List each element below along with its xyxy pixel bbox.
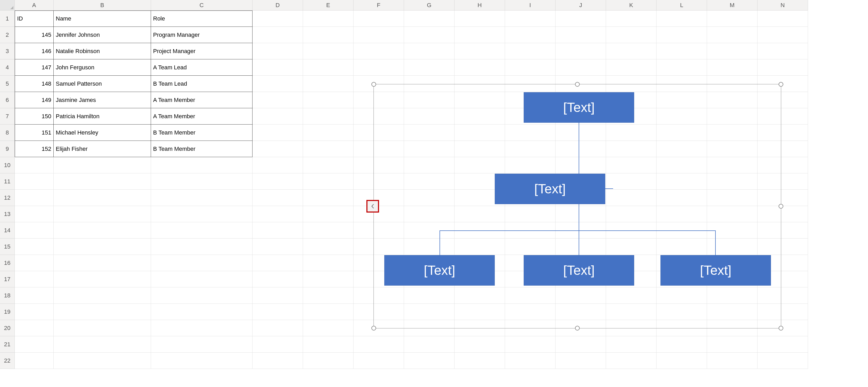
cell-A2[interactable]: 145 bbox=[15, 27, 54, 43]
org-node-child-1[interactable]: [Text] bbox=[384, 255, 495, 286]
cell-F2[interactable] bbox=[353, 27, 404, 43]
cell-E14[interactable] bbox=[303, 222, 353, 239]
cell-B8[interactable]: Michael Hensley bbox=[54, 125, 151, 141]
cell-E1[interactable] bbox=[303, 10, 353, 27]
cell-H1[interactable] bbox=[455, 10, 505, 27]
cell-B20[interactable] bbox=[54, 320, 151, 336]
cell-B22[interactable] bbox=[54, 353, 151, 369]
cell-D20[interactable] bbox=[252, 320, 303, 336]
row-header-13[interactable]: 13 bbox=[0, 206, 15, 222]
cell-C6[interactable]: A Team Member bbox=[151, 92, 252, 108]
org-node-top[interactable]: [Text] bbox=[524, 92, 634, 123]
column-header-J[interactable]: J bbox=[556, 0, 606, 10]
row-header-8[interactable]: 8 bbox=[0, 125, 15, 141]
cell-D22[interactable] bbox=[252, 353, 303, 369]
row-header-15[interactable]: 15 bbox=[0, 239, 15, 255]
cell-A17[interactable] bbox=[15, 271, 54, 287]
cell-B16[interactable] bbox=[54, 255, 151, 271]
row-header-18[interactable]: 18 bbox=[0, 287, 15, 304]
cell-C1[interactable]: Role bbox=[151, 10, 252, 27]
cell-A10[interactable] bbox=[15, 157, 54, 173]
cell-D18[interactable] bbox=[252, 287, 303, 304]
row-header-5[interactable]: 5 bbox=[0, 76, 15, 92]
cell-B2[interactable]: Jennifer Johnson bbox=[54, 27, 151, 43]
cell-B11[interactable] bbox=[54, 173, 151, 190]
cell-B19[interactable] bbox=[54, 304, 151, 320]
cell-E11[interactable] bbox=[303, 173, 353, 190]
cell-E9[interactable] bbox=[303, 141, 353, 157]
cell-I1[interactable] bbox=[505, 10, 556, 27]
resize-handle-n[interactable] bbox=[575, 82, 580, 87]
cell-C7[interactable]: A Team Member bbox=[151, 108, 252, 125]
cell-E2[interactable] bbox=[303, 27, 353, 43]
column-header-H[interactable]: H bbox=[455, 0, 505, 10]
row-header-2[interactable]: 2 bbox=[0, 27, 15, 43]
cell-I21[interactable] bbox=[505, 336, 556, 353]
resize-handle-s[interactable] bbox=[575, 326, 580, 330]
cell-C2[interactable]: Program Manager bbox=[151, 27, 252, 43]
column-header-B[interactable]: B bbox=[54, 0, 151, 10]
column-header-K[interactable]: K bbox=[606, 0, 656, 10]
column-header-F[interactable]: F bbox=[353, 0, 404, 10]
cell-E15[interactable] bbox=[303, 239, 353, 255]
smartart-org-chart[interactable]: [Text] [Text] [Text] [Text] [Text] bbox=[373, 84, 781, 328]
cell-K3[interactable] bbox=[606, 43, 656, 59]
cell-E5[interactable] bbox=[303, 76, 353, 92]
cell-D2[interactable] bbox=[252, 27, 303, 43]
cell-D10[interactable] bbox=[252, 157, 303, 173]
org-node-child-3[interactable]: [Text] bbox=[660, 255, 771, 286]
cell-C4[interactable]: A Team Lead bbox=[151, 59, 252, 76]
row-header-12[interactable]: 12 bbox=[0, 190, 15, 206]
cell-D6[interactable] bbox=[252, 92, 303, 108]
cell-G1[interactable] bbox=[404, 10, 455, 27]
cell-N4[interactable] bbox=[757, 59, 808, 76]
cell-E13[interactable] bbox=[303, 206, 353, 222]
row-header-11[interactable]: 11 bbox=[0, 173, 15, 190]
resize-handle-e[interactable] bbox=[779, 204, 783, 209]
resize-handle-nw[interactable] bbox=[371, 82, 376, 87]
smartart-text-pane-toggle[interactable] bbox=[366, 200, 379, 213]
cell-E22[interactable] bbox=[303, 353, 353, 369]
cell-I3[interactable] bbox=[505, 43, 556, 59]
row-header-4[interactable]: 4 bbox=[0, 59, 15, 76]
cell-D12[interactable] bbox=[252, 190, 303, 206]
cell-D16[interactable] bbox=[252, 255, 303, 271]
cell-G21[interactable] bbox=[404, 336, 455, 353]
cell-I4[interactable] bbox=[505, 59, 556, 76]
row-header-21[interactable]: 21 bbox=[0, 336, 15, 353]
cell-A15[interactable] bbox=[15, 239, 54, 255]
cell-C17[interactable] bbox=[151, 271, 252, 287]
cell-G22[interactable] bbox=[404, 353, 455, 369]
cell-A5[interactable]: 148 bbox=[15, 76, 54, 92]
cell-B18[interactable] bbox=[54, 287, 151, 304]
row-header-3[interactable]: 3 bbox=[0, 43, 15, 59]
cell-D1[interactable] bbox=[252, 10, 303, 27]
cell-H22[interactable] bbox=[455, 353, 505, 369]
cell-K2[interactable] bbox=[606, 27, 656, 43]
cell-B12[interactable] bbox=[54, 190, 151, 206]
row-header-22[interactable]: 22 bbox=[0, 353, 15, 369]
cell-E18[interactable] bbox=[303, 287, 353, 304]
cell-K1[interactable] bbox=[606, 10, 656, 27]
row-header-10[interactable]: 10 bbox=[0, 157, 15, 173]
cell-C11[interactable] bbox=[151, 173, 252, 190]
column-header-M[interactable]: M bbox=[707, 0, 757, 10]
column-header-G[interactable]: G bbox=[404, 0, 455, 10]
cell-F1[interactable] bbox=[353, 10, 404, 27]
column-header-A[interactable]: A bbox=[15, 0, 54, 10]
cell-E7[interactable] bbox=[303, 108, 353, 125]
cell-H2[interactable] bbox=[455, 27, 505, 43]
column-header-I[interactable]: I bbox=[505, 0, 556, 10]
cell-L4[interactable] bbox=[656, 59, 707, 76]
cell-C21[interactable] bbox=[151, 336, 252, 353]
cell-F4[interactable] bbox=[353, 59, 404, 76]
cell-E17[interactable] bbox=[303, 271, 353, 287]
cell-A7[interactable]: 150 bbox=[15, 108, 54, 125]
cell-A12[interactable] bbox=[15, 190, 54, 206]
cell-G4[interactable] bbox=[404, 59, 455, 76]
cell-C3[interactable]: Project Manager bbox=[151, 43, 252, 59]
cell-A22[interactable] bbox=[15, 353, 54, 369]
row-header-19[interactable]: 19 bbox=[0, 304, 15, 320]
resize-handle-ne[interactable] bbox=[779, 82, 783, 87]
row-header-17[interactable]: 17 bbox=[0, 271, 15, 287]
